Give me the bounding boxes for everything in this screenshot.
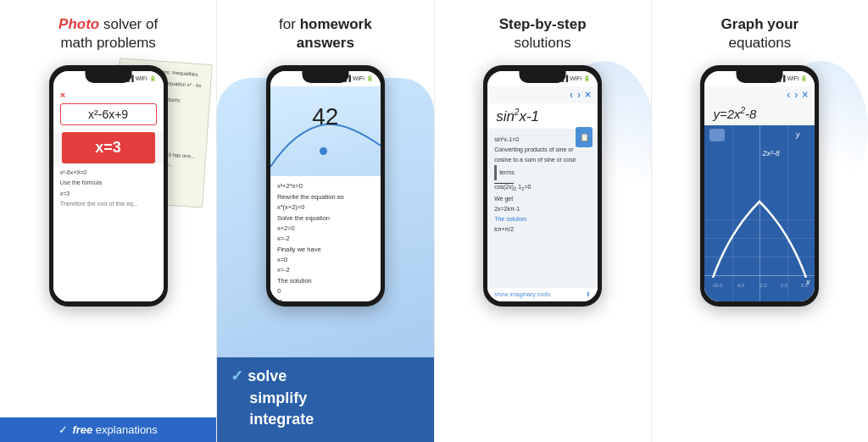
free-badge: ✓ free explanations xyxy=(0,417,216,442)
p3-steps: sin²x-1=0 Converting products of sine or… xyxy=(487,130,598,286)
show-imaginary-roots[interactable]: show imaginary roots xyxy=(494,291,550,297)
p1-equation-display: x²-6x+9 xyxy=(66,108,151,121)
p4-chat-icon[interactable] xyxy=(709,129,725,141)
parabola-svg xyxy=(704,185,815,278)
p2-number: 42 xyxy=(270,103,381,130)
p3-solution-label: The solution xyxy=(494,214,591,224)
solve-overlay: ✓ solve simplify integrate xyxy=(217,357,433,442)
panel-1-title: Photo solver ofmath problems xyxy=(58,15,158,52)
p4-x-label: x xyxy=(806,278,810,286)
phone-notch xyxy=(85,71,131,83)
p2-dot xyxy=(320,147,327,155)
p3-bottom: show imaginary roots ⬆ xyxy=(487,287,598,301)
nav-left-3[interactable]: ‹ xyxy=(570,89,573,101)
panel-graph: Graph your equations 9:41 ▐▐▐ WiFi 🔋 ‹ xyxy=(652,0,868,442)
p3-copy-icon[interactable]: 📋 xyxy=(576,127,593,147)
panel-2-title: for homeworkanswers xyxy=(279,15,372,52)
panel-photo-solver: Photo solver ofmath problems tions and E… xyxy=(0,0,217,442)
panel-homework: for homeworkanswers 9:41 ▐▐▐ WiFi 🔋 42 xyxy=(217,0,434,442)
nav-right-4[interactable]: › xyxy=(794,89,798,101)
nav-close-4[interactable]: × xyxy=(802,89,808,101)
panel-3-title: Step-by-step solutions xyxy=(499,15,587,52)
phone-2: 9:41 ▐▐▐ WiFi 🔋 42 xyxy=(266,65,385,307)
p4-graph-eq: 2x²-8 xyxy=(762,149,780,157)
p4-y-label: y xyxy=(796,130,800,139)
phone-notch-4 xyxy=(737,71,783,83)
p1-answer-box: x=3 xyxy=(62,132,155,163)
p4-x-ticks: -10.0 -6.0 -2.0 2.0 6.0 xyxy=(704,283,815,288)
p2-steps: x²+2*x=0 Rewrite the equation as x*(x+2)… xyxy=(270,176,381,301)
phone-3: 9:41 ▐▐▐ WiFi 🔋 ‹ › × sin2x-1 xyxy=(483,65,602,307)
phone-notch-2 xyxy=(302,71,348,83)
nav-right-3[interactable]: › xyxy=(577,89,581,101)
p4-graph: y x xyxy=(704,125,815,301)
nav-left-4[interactable]: ‹ xyxy=(787,89,790,101)
panel-4-title: Graph your equations xyxy=(721,15,799,52)
phone-1: 9:41 ▐▐▐ WiFi 🔋 × x²-6x+9 xyxy=(49,65,168,307)
p3-equation: sin2x-1 xyxy=(487,103,598,130)
nav-close-3[interactable]: × xyxy=(585,89,591,101)
panel-step-by-step: Step-by-step solutions 9:41 ▐▐▐ WiFi 🔋 ‹ xyxy=(435,0,652,442)
p4-equation: y=2x2-8 xyxy=(704,103,815,125)
phone-notch-3 xyxy=(520,71,566,83)
phone-4: 9:41 ▐▐▐ WiFi 🔋 ‹ › × y=2x2-8 xyxy=(700,65,819,307)
